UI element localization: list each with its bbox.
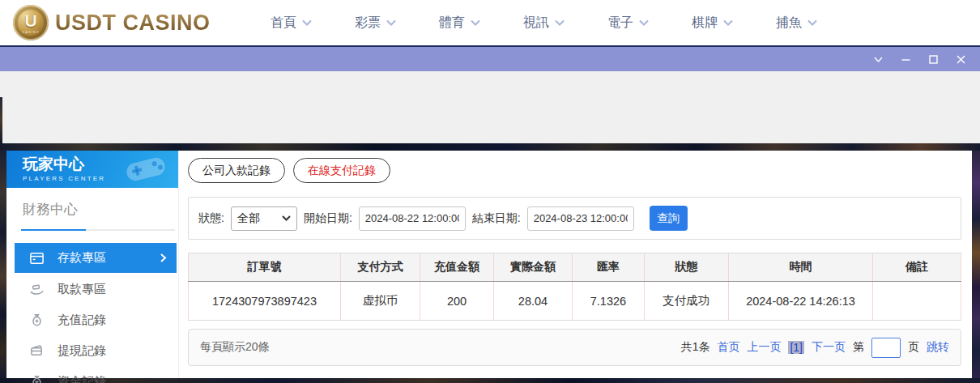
sidebar-item-deposit[interactable]: 存款專區 <box>15 243 177 273</box>
jump-go-link[interactable]: 跳转 <box>927 340 949 355</box>
nav-item-label: 彩票 <box>355 15 381 32</box>
next-page-link[interactable]: 下一页 <box>812 340 846 355</box>
money-bag-icon <box>29 313 45 328</box>
cell-order-no: 1724307973897423 <box>189 282 341 321</box>
sidebar-item-label: 充值記錄 <box>58 313 106 328</box>
nav-item-lottery[interactable]: 彩票 <box>334 15 418 32</box>
sidebar-item-label: 提現記錄 <box>58 343 106 359</box>
sidebar-title: 玩家中心 <box>23 156 105 173</box>
col-rate: 匯率 <box>573 253 645 282</box>
main-area: 玩家中心 PLAYERS CENTER 財務中心 <box>0 151 980 378</box>
col-time: 時間 <box>728 253 872 282</box>
background-edge <box>0 97 2 143</box>
coin-letter: U <box>24 12 36 29</box>
pagination-bar: 每頁顯示20條 共1条 首页 上一页 [1] 下一页 第 页 跳转 <box>188 329 961 366</box>
start-date-input[interactable] <box>359 206 466 231</box>
window-maximize-icon[interactable] <box>927 53 940 66</box>
main-menu: 首頁 彩票 體育 視訊 電子 棋牌 <box>249 15 839 32</box>
end-date-input[interactable] <box>527 206 634 231</box>
sidebar-item-recharge-record[interactable]: 充值記錄 <box>6 304 178 335</box>
jump-suffix-text: 页 <box>908 340 919 355</box>
nav-item-fishing[interactable]: 捕魚 <box>755 15 839 32</box>
sidebar-item-label: 存款專區 <box>58 250 106 266</box>
cell-remark <box>873 282 961 321</box>
records-table: 訂單號 支付方式 充值金額 實際金額 匯率 狀態 時間 備註 172430797… <box>188 253 961 321</box>
sidebar-item-withdraw[interactable]: 取款專區 <box>6 274 178 304</box>
cell-time: 2024-08-22 14:26:13 <box>728 282 872 321</box>
sidebar-menu: 存款專區 取款專區 充值記錄 <box>6 243 178 383</box>
end-date-label: 結束日期: <box>472 211 521 226</box>
gamepad-icon <box>122 151 170 188</box>
coin-caption: CASINO <box>22 30 39 34</box>
table-header-row: 訂單號 支付方式 充值金額 實際金額 匯率 狀態 時間 備註 <box>189 253 961 282</box>
chevron-down-icon <box>807 19 817 26</box>
nav-item-slots[interactable]: 電子 <box>586 15 671 32</box>
status-label: 狀態: <box>198 211 224 226</box>
start-date-label: 開始日期: <box>304 211 352 226</box>
status-selected-value: 全部 <box>237 211 260 226</box>
col-pay-method: 支付方式 <box>340 253 420 282</box>
chevron-down-icon <box>555 19 565 26</box>
wallet-icon <box>29 343 45 359</box>
background-strip-left <box>0 151 6 378</box>
nav-item-label: 視訊 <box>523 15 549 32</box>
cell-status: 支付成功 <box>644 282 728 321</box>
sidebar: 玩家中心 PLAYERS CENTER 財務中心 <box>6 151 178 378</box>
col-order-no: 訂單號 <box>189 253 341 282</box>
table-row: 1724307973897423 虚拟币 200 28.04 7.1326 支付… <box>189 282 961 321</box>
window-controls <box>872 53 967 66</box>
nav-item-label: 棋牌 <box>692 15 718 32</box>
chevron-right-icon <box>160 253 167 263</box>
window-dropdown-icon[interactable] <box>872 53 884 66</box>
chevron-down-icon <box>639 19 649 26</box>
funds-bag-icon <box>29 374 45 383</box>
nav-item-home[interactable]: 首頁 <box>249 15 334 32</box>
nav-item-label: 捕魚 <box>776 15 802 32</box>
col-status: 狀態 <box>644 253 728 282</box>
section-divider <box>21 229 175 231</box>
sidebar-item-label: 資金記錄 <box>58 374 106 383</box>
top-nav: U CASINO USDT CASINO 首頁 彩票 體育 視訊 <box>0 0 980 45</box>
prev-page-link[interactable]: 上一页 <box>747 340 781 355</box>
search-button[interactable]: 查詢 <box>650 206 688 231</box>
current-page-badge: [1] <box>788 341 804 354</box>
first-page-link[interactable]: 首页 <box>717 340 739 355</box>
empty-content-zone <box>0 71 980 143</box>
nav-item-video[interactable]: 視訊 <box>502 15 586 32</box>
tab-online-payment-record[interactable]: 在線支付記錄 <box>293 158 390 183</box>
tab-company-deposit-record[interactable]: 公司入款記錄 <box>188 158 285 183</box>
cell-amount: 200 <box>420 282 494 321</box>
nav-item-label: 首頁 <box>271 15 296 32</box>
nav-item-sports[interactable]: 體育 <box>418 15 502 32</box>
sidebar-item-funds-record[interactable]: 資金記錄 <box>6 366 178 383</box>
window-close-icon[interactable] <box>955 53 967 66</box>
hand-money-icon <box>29 282 45 297</box>
total-count-text: 共1条 <box>681 340 710 355</box>
sidebar-item-withdrawal-record[interactable]: 提現記錄 <box>6 335 178 366</box>
cell-pay-method: 虚拟币 <box>340 282 420 321</box>
page-jump-input[interactable] <box>871 338 901 358</box>
content-panel: 公司入款記錄 在線支付記錄 狀態: 全部 開始日期: 結束日期: 查詢 <box>178 151 972 378</box>
window-title-bar <box>0 45 980 71</box>
app-window: U CASINO USDT CASINO 首頁 彩票 體育 視訊 <box>0 0 980 383</box>
col-actual-amount: 實際金額 <box>493 253 572 282</box>
jump-prefix-text: 第 <box>853 340 864 355</box>
col-amount: 充值金額 <box>420 253 494 282</box>
brand-logo[interactable]: U CASINO USDT CASINO <box>13 5 211 40</box>
cell-actual-amount: 28.04 <box>493 282 572 321</box>
nav-item-label: 體育 <box>439 15 465 32</box>
background-strip-right <box>972 151 980 378</box>
pager: 共1条 首页 上一页 [1] 下一页 第 页 跳转 <box>681 338 949 358</box>
chevron-down-icon <box>471 19 480 26</box>
players-center-header: 玩家中心 PLAYERS CENTER <box>6 151 178 188</box>
page-size-text: 每頁顯示20條 <box>200 340 270 355</box>
status-select[interactable]: 全部 <box>231 206 297 231</box>
select-chevron-icon <box>282 215 291 221</box>
deposit-card-icon <box>29 250 45 266</box>
window-minimize-icon[interactable] <box>900 53 912 66</box>
nav-item-cards[interactable]: 棋牌 <box>671 15 755 32</box>
sidebar-subtitle: PLAYERS CENTER <box>23 175 105 182</box>
coin-logo-icon: U CASINO <box>13 5 49 40</box>
filter-bar: 狀態: 全部 開始日期: 結束日期: 查詢 <box>188 197 961 240</box>
chevron-down-icon <box>386 19 396 26</box>
